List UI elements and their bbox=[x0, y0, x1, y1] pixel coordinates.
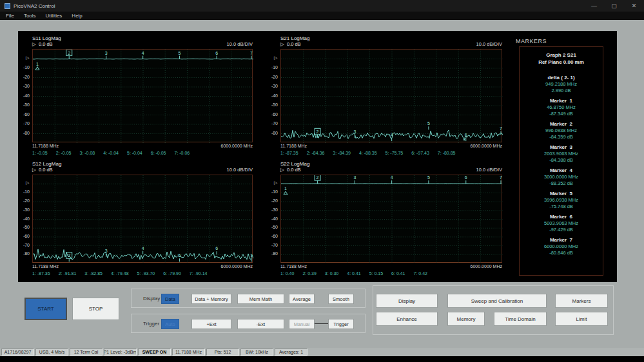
s11-marker-5-label: 5 bbox=[179, 51, 181, 55]
auto-trigger-button[interactable]: Auto bbox=[161, 319, 179, 329]
s22-plot[interactable]: 1234567 bbox=[280, 175, 502, 263]
marker-entry-name: Marker 7 bbox=[520, 236, 603, 243]
s22-ref-level: ▷ 0.0 dB bbox=[280, 167, 301, 173]
status-cal: 12 Term Cal bbox=[70, 348, 102, 356]
manual-button[interactable]: Manual bbox=[289, 319, 315, 329]
markers-entries: delta ( 2- 1)949.2188 MHz2.990 dBMarker … bbox=[520, 74, 603, 256]
marker-entry: Marker 43000.0000 MHz-88.352 dB bbox=[520, 167, 603, 186]
time-domain-button[interactable]: Time Domain bbox=[494, 312, 547, 326]
marker-entry-name: Marker 6 bbox=[520, 213, 603, 220]
display-group: Display Data Data + Memory Mem Math Aver… bbox=[131, 289, 366, 308]
average-button[interactable]: Average bbox=[289, 294, 315, 304]
s11-plot-svg: 1234567 bbox=[33, 50, 253, 143]
menu-file[interactable]: File bbox=[6, 13, 14, 19]
s21-marker-readout-item: 2: -84.36 bbox=[307, 151, 325, 155]
marker-entry-level: -84.388 dB bbox=[520, 157, 603, 164]
trigger-button[interactable]: Trigger bbox=[328, 319, 354, 329]
menu-help[interactable]: Help bbox=[72, 13, 82, 19]
marker-entry: Marker 53996.0938 MHz-75.748 dB bbox=[520, 190, 603, 209]
maximize-button[interactable]: ▢ bbox=[604, 0, 624, 12]
minimize-button[interactable]: — bbox=[584, 0, 604, 12]
marker-entry-level: 2.990 dB bbox=[520, 88, 603, 94]
s11-ylabel: -40 bbox=[19, 93, 30, 98]
s12-ylabel: -50 bbox=[19, 225, 30, 229]
s21-marker-7-label: 7 bbox=[500, 126, 502, 131]
s12-marker-2-label: 2 bbox=[68, 253, 70, 258]
graph-s11: S11 LogMag▷ 0.0 dB10.0 dB/DIV-10-20-30-4… bbox=[19, 35, 254, 158]
stop-button[interactable]: STOP bbox=[72, 298, 119, 320]
marker-entry-freq: 5003.9063 MHz bbox=[520, 220, 603, 227]
s11-ylabel: -20 bbox=[19, 75, 30, 79]
s21-marker-readout: 1: -87.352: -84.363: -84.394: -88.355: -… bbox=[280, 151, 502, 155]
s12-ylabel: -20 bbox=[19, 198, 30, 203]
s12-title: S12 LogMag bbox=[32, 161, 61, 167]
s22-scale-label: 10.0 dB/DIV bbox=[451, 167, 502, 173]
start-button[interactable]: START bbox=[24, 298, 67, 320]
s22-marker-readout-item: 1: 0.40 bbox=[280, 271, 294, 276]
s11-plot[interactable]: 1234567 bbox=[32, 49, 253, 142]
s12-marker-readout-item: 3: -82.85 bbox=[84, 271, 102, 276]
data-memory-button[interactable]: Data + Memory bbox=[191, 294, 231, 304]
status-sweep: SWEEP ON bbox=[138, 348, 171, 356]
menu-utilities[interactable]: Utilities bbox=[46, 13, 63, 19]
s21-plot[interactable]: 1234567 bbox=[280, 49, 502, 142]
s21-plot-svg: 1234567 bbox=[281, 50, 503, 143]
s11-marker-readout-item: 4: -0.04 bbox=[103, 151, 119, 155]
s21-ylabel: -80 bbox=[268, 131, 278, 135]
marker-entry-freq: 3000.0000 MHz bbox=[520, 174, 603, 180]
trigger-connector-line bbox=[315, 323, 328, 324]
s22-marker-readout: 1: 0.402: 0.393: 0.304: 0.415: 0.156: 0.… bbox=[280, 271, 502, 276]
marker-entry-level: -97.429 dB bbox=[520, 227, 603, 233]
s12-marker-readout: 1: -87.362: -91.813: -82.854: -79.485: -… bbox=[32, 271, 253, 276]
s11-scale-label: 10.0 dB/DIV bbox=[201, 41, 253, 47]
s12-scale-label: 10.0 dB/DIV bbox=[201, 167, 253, 173]
s21-marker-readout-item: 6: -97.43 bbox=[411, 151, 429, 155]
memory-button[interactable]: Memory bbox=[447, 312, 485, 326]
s21-title: S21 LogMag bbox=[280, 35, 309, 41]
smooth-button[interactable]: Smooth bbox=[328, 294, 354, 304]
markers-menu-button[interactable]: Markers bbox=[555, 294, 608, 308]
ext-minus-button[interactable]: -Ext bbox=[237, 319, 284, 329]
enhance-button[interactable]: Enhance bbox=[376, 312, 438, 326]
status-points: Pts: 512 bbox=[206, 348, 239, 356]
s12-marker-4-label: 4 bbox=[142, 246, 144, 251]
s21-ylabel: -50 bbox=[268, 102, 278, 107]
s22-ylabel: -50 bbox=[268, 225, 278, 229]
s12-marker-readout-item: 2: -91.81 bbox=[59, 271, 77, 276]
s11-marker-readout-item: 6: -0.05 bbox=[151, 151, 166, 155]
data-button[interactable]: Data bbox=[161, 294, 179, 304]
marker-entry-level: -80.846 dB bbox=[520, 250, 603, 256]
close-button[interactable]: ✕ bbox=[624, 0, 644, 12]
s22-ylabel: -40 bbox=[268, 216, 278, 221]
menu-tools[interactable]: Tools bbox=[24, 13, 36, 19]
s21-marker-readout-item: 5: -75.75 bbox=[385, 151, 404, 155]
s22-plot-svg: 1234567 bbox=[281, 175, 503, 263]
marker-entry: Marker 146.8750 MHz-87.349 dB bbox=[520, 97, 603, 117]
marker-entry-freq: 46.8750 MHz bbox=[520, 104, 603, 111]
s11-ylabel: -70 bbox=[19, 121, 30, 126]
s12-marker-readout-item: 5: -93.70 bbox=[137, 271, 155, 276]
mem-math-button[interactable]: Mem Math bbox=[237, 294, 284, 304]
s21-ref-marker-icon: ▷ bbox=[274, 55, 277, 61]
s11-title: S11 LogMag bbox=[32, 35, 61, 41]
status-freq: 11.7188 MHz bbox=[172, 348, 205, 356]
s11-start-freq: 11.7188 MHz bbox=[32, 144, 59, 148]
s11-ylabel: -60 bbox=[19, 112, 30, 117]
s12-plot[interactable]: 1234567 bbox=[32, 175, 253, 263]
s21-scale-label: 10.0 dB/DIV bbox=[451, 41, 502, 47]
sweep-calibration-button[interactable]: Sweep and Calibration bbox=[447, 294, 547, 308]
ext-plus-button[interactable]: +Ext bbox=[191, 319, 231, 329]
display-menu-button[interactable]: Display bbox=[376, 294, 438, 308]
markers-ref-plane: Ref Plane 0.00 mm bbox=[520, 59, 603, 66]
marker-entry-freq: 3996.0938 MHz bbox=[520, 197, 603, 204]
window-title: PicoVNA2 Control bbox=[14, 3, 55, 9]
s12-ylabel: -70 bbox=[19, 243, 30, 247]
s22-marker-readout-item: 2: 0.39 bbox=[302, 271, 316, 276]
s22-stop-freq: 6000.0000 MHz bbox=[444, 264, 502, 269]
marker-entry-name: Marker 5 bbox=[520, 190, 603, 197]
marker-entry-name: Marker 4 bbox=[520, 167, 603, 174]
window-controls: — ▢ ✕ bbox=[584, 0, 644, 12]
limit-button[interactable]: Limit bbox=[555, 312, 608, 326]
graph-s12: S12 LogMag▷ 0.0 dB10.0 dB/DIV-10-20-30-4… bbox=[19, 161, 254, 279]
s22-marker-readout-item: 4: 0.41 bbox=[347, 271, 360, 276]
